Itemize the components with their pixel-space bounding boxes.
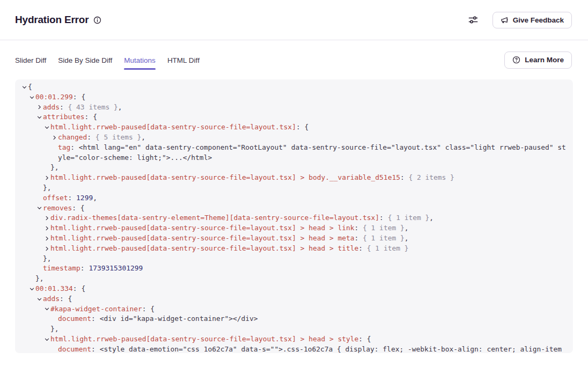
json-tree-line: attributes: {	[21, 112, 567, 122]
indent-spacer	[36, 263, 43, 274]
json-tree-text: },	[35, 274, 44, 284]
json-tree-line: timestamp: 1739315301299	[21, 263, 567, 274]
json-tree-line: adds: { 43 items },	[21, 103, 567, 113]
json-tree-line: document: <style data-emotion="css 1o62c…	[21, 345, 567, 353]
json-tree-text: document: <div id="kapa-widget-container…	[58, 314, 258, 324]
chevron-down-icon[interactable]	[36, 294, 43, 304]
json-tree-text: html.light.rrweb-paused[data-sentry-sour…	[50, 233, 408, 244]
json-tree-line: #kapa-widget-container: {	[21, 304, 567, 314]
indent-spacer	[36, 193, 43, 203]
tab-side-by-side-diff[interactable]: Side By Side Diff	[58, 40, 112, 79]
page-title: Hydration Error	[15, 14, 89, 26]
tab-slider-diff[interactable]: Slider Diff	[15, 40, 46, 79]
json-tree-line: },	[21, 324, 567, 334]
sliders-icon[interactable]	[467, 13, 480, 26]
json-tree-line: {	[21, 82, 567, 92]
chevron-down-icon[interactable]	[44, 334, 50, 345]
chevron-right-icon[interactable]	[52, 133, 58, 143]
chevron-right-icon[interactable]	[44, 244, 50, 254]
json-tree-text: tag: <html lang="en" data-sentry-compone…	[58, 143, 567, 163]
json-tree-line: html.light.rrweb-paused[data-sentry-sour…	[21, 173, 567, 183]
chevron-right-icon[interactable]	[36, 103, 43, 113]
json-tree-line: changed: { 5 items },	[21, 133, 567, 143]
tab-html-diff[interactable]: HTML Diff	[167, 40, 200, 79]
json-tree-text: html.light.rrweb-paused[data-sentry-sour…	[50, 173, 454, 183]
chevron-right-icon[interactable]	[44, 223, 50, 233]
json-tree-line: tag: <html lang="en" data-sentry-compone…	[21, 143, 567, 163]
json-tree-text: html.light.rrweb-paused[data-sentry-sour…	[50, 334, 371, 345]
give-feedback-button[interactable]: Give Feedback	[493, 12, 572, 28]
json-tree-line: removes: {	[21, 203, 567, 214]
indent-spacer	[29, 274, 35, 284]
json-tree-line: },	[21, 254, 567, 264]
page-header: Hydration Error Gi	[0, 0, 588, 40]
chevron-down-icon[interactable]	[36, 203, 43, 214]
json-tree-text: html.light.rrweb-paused[data-sentry-sour…	[50, 244, 408, 254]
indent-spacer	[36, 254, 43, 264]
chevron-down-icon[interactable]	[44, 304, 50, 314]
json-tree-line: html.light.rrweb-paused[data-sentry-sour…	[21, 223, 567, 233]
mutations-json-tree[interactable]: {00:01.299: {adds: { 43 items },attribut…	[15, 79, 573, 353]
json-tree-line: },	[21, 274, 567, 284]
json-tree-line: html.light.rrweb-paused[data-sentry-sour…	[21, 233, 567, 244]
chevron-right-icon[interactable]	[44, 173, 50, 183]
json-tree-text: document: <style data-emotion="css 1o62c…	[58, 345, 562, 353]
chevron-down-icon[interactable]	[44, 122, 50, 133]
json-tree-text: html.light.rrweb-paused[data-sentry-sour…	[50, 122, 308, 133]
json-tree-line: html.light.rrweb-paused[data-sentry-sour…	[21, 334, 567, 345]
json-tree-text: #kapa-widget-container: {	[50, 304, 155, 314]
diff-tabs-bar: Slider Diff Side By Side Diff Mutations …	[0, 40, 588, 79]
chevron-down-icon[interactable]	[29, 92, 35, 103]
indent-spacer	[44, 163, 50, 173]
json-tree-text: changed: { 5 items },	[58, 133, 145, 143]
question-circle-icon	[512, 56, 520, 64]
learn-more-button[interactable]: Learn More	[504, 52, 572, 69]
json-tree-line: },	[21, 163, 567, 173]
info-circle-icon[interactable]	[93, 16, 101, 24]
json-tree-text: {	[28, 82, 32, 92]
indent-spacer	[52, 345, 58, 353]
json-tree-line: div.radix-themes[data-sentry-element=The…	[21, 213, 567, 223]
chevron-right-icon[interactable]	[44, 233, 50, 244]
json-tree-text: html.light.rrweb-paused[data-sentry-sour…	[50, 223, 408, 233]
diff-tabs: Slider Diff Side By Side Diff Mutations …	[15, 40, 200, 79]
indent-spacer	[44, 324, 50, 334]
json-tree-text: },	[50, 163, 59, 173]
json-tree-text: },	[43, 254, 52, 264]
json-tree-text: timestamp: 1739315301299	[43, 263, 143, 274]
json-tree-text: 00:01.334: {	[35, 284, 85, 294]
chevron-down-icon[interactable]	[36, 112, 43, 122]
json-tree-line: html.light.rrweb-paused[data-sentry-sour…	[21, 122, 567, 133]
chevron-down-icon[interactable]	[29, 284, 35, 294]
chevron-right-icon[interactable]	[44, 213, 50, 223]
json-tree-line: 00:01.334: {	[21, 284, 567, 294]
json-tree-text: 00:01.299: {	[35, 92, 85, 103]
indent-spacer	[52, 314, 58, 324]
learn-more-label: Learn More	[525, 56, 564, 64]
give-feedback-label: Give Feedback	[513, 16, 564, 24]
json-tree-text: offset: 1299,	[43, 193, 97, 203]
tab-mutations[interactable]: Mutations	[124, 40, 156, 79]
json-tree-line: html.light.rrweb-paused[data-sentry-sour…	[21, 244, 567, 254]
json-tree-text: },	[50, 324, 59, 334]
json-tree-line: document: <div id="kapa-widget-container…	[21, 314, 567, 324]
megaphone-icon	[501, 16, 509, 24]
json-tree-text: adds: { 43 items },	[43, 103, 122, 113]
json-tree-text: removes: {	[43, 203, 85, 214]
json-tree-line: adds: {	[21, 294, 567, 304]
indent-spacer	[36, 183, 43, 193]
json-tree-text: adds: {	[43, 294, 72, 304]
json-tree-line: },	[21, 183, 567, 193]
chevron-down-icon[interactable]	[21, 82, 28, 92]
json-tree-line: 00:01.299: {	[21, 92, 567, 103]
json-tree-text: attributes: {	[43, 112, 97, 122]
json-tree-line: offset: 1299,	[21, 193, 567, 203]
json-tree-text: div.radix-themes[data-sentry-element=The…	[50, 213, 433, 223]
json-tree-text: },	[43, 183, 52, 193]
indent-spacer	[52, 143, 58, 153]
